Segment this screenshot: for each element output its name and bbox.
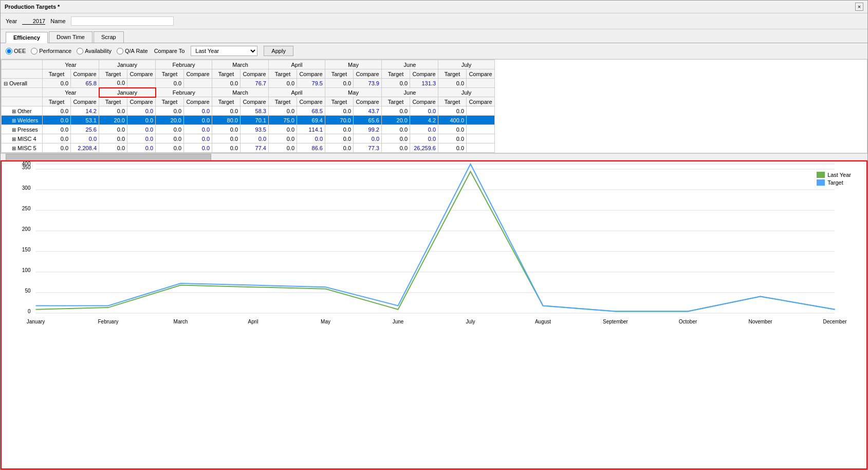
header-row-2: Target Compare Target Compare Target Com… [2,69,495,79]
radio-availability[interactable]: Availability [77,48,112,55]
radio-qa-rate[interactable]: Q/A Rate [117,48,148,55]
sub-mar-target: Target [212,97,241,106]
y-label-400: 400 [22,161,31,167]
x-oct: October [679,319,697,324]
legend-target: Target [817,179,851,186]
overall-apr-target: 0.0 [269,79,297,88]
filter-bar: OEE Performance Availability Q/A Rate Co… [1,43,867,59]
header-march: March [212,60,269,69]
table-row-misc4: ⊞ MISC 4 0.0 0.0 0.0 0.0 0.0 0.0 0.0 0.0… [2,134,495,143]
col-apr-compare: Compare [297,69,325,79]
overall-year-target: 0.0 [43,79,71,88]
overall-mar-target: 0.0 [212,79,241,88]
y-label-300: 300 [22,185,31,191]
tab-efficiency[interactable]: Efficiency [6,32,48,43]
table-row-overall: ⊟ Overall 0.0 65.8 0.0 0.0 0.0 76.7 0.0 … [2,79,495,88]
sub-mar-header: March [212,88,269,97]
apply-button[interactable]: Apply [264,46,293,56]
y-label-200: 200 [22,226,31,232]
main-window: Production Targets * × Year Name Efficie… [0,0,868,470]
sub-header-row: Year January February March April May Ju… [2,88,495,97]
col-jan-compare: Compare [127,69,156,79]
x-jul: July [466,319,475,324]
expand-misc5-icon[interactable]: ⊞ [12,146,16,151]
minus-icon[interactable]: ⊟ [4,81,8,86]
sub-feb-header: February [156,88,212,97]
scrollbar-thumb[interactable] [6,154,211,161]
table-row-misc5: ⊞ MISC 5 0.0 2,208.4 0.0 0.0 0.0 0.0 0.0… [2,143,495,153]
main-grid-table: Year January February March April May Ju… [1,60,495,153]
header-row-1: Year January February March April May Ju… [2,60,495,69]
overall-mar-compare: 76.7 [241,79,269,88]
sub-jul-target: Target [438,97,467,106]
sub-year-header: Year [43,88,99,97]
metric-radio-group: OEE Performance Availability Q/A Rate [6,48,148,55]
sub-jan-compare: Compare [127,97,156,106]
legend-last-year-label: Last Year [827,172,851,178]
overall-jun-compare: 131.3 [410,79,438,88]
sub-may-target: Target [325,97,354,106]
overall-feb-compare [184,79,212,88]
sub-feb-target: Target [156,97,184,106]
table-row-welders[interactable]: ⊞ Welders 0.0 53.1 20.0 0.0 20.0 0.0 80.… [2,116,495,125]
y-label-100: 100 [22,267,31,273]
x-mar: March [174,319,188,324]
overall-expand[interactable]: ⊟ Overall [2,79,43,88]
col-year-compare: Compare [71,69,99,79]
expand-welders-icon[interactable]: ⊞ [12,118,16,123]
table-row-presses: ⊞ Presses 0.0 25.6 0.0 0.0 0.0 0.0 0.0 9… [2,125,495,134]
line-chart: 0 50 100 150 200 250 300 350 400 January [2,161,866,336]
sub-feb-compare: Compare [184,97,212,106]
grid-container: Year January February March April May Ju… [1,59,867,153]
overall-may-target: 0.0 [325,79,354,88]
sub-jun-target: Target [382,97,410,106]
overall-jun-target: 0.0 [382,79,410,88]
legend-last-year: Last Year [817,172,851,178]
x-sep: September [603,319,629,324]
name-label: Name [50,18,65,24]
y-label-150: 150 [22,247,31,252]
sub-apr-compare: Compare [297,97,325,106]
x-jan: January [27,319,45,324]
header-june: June [382,60,438,69]
col-jun-compare: Compare [410,69,438,79]
table-row-other: ⊞ Other 0.0 14.2 0.0 0.0 0.0 0.0 0.0 58.… [2,106,495,116]
horizontal-scrollbar[interactable] [1,153,867,160]
close-button[interactable]: × [855,3,863,11]
legend-target-color [817,179,825,186]
y-label-0: 0 [28,309,31,314]
sub-apr-target: Target [269,97,297,106]
window-title: Production Targets * [5,4,60,10]
col-mar-target: Target [212,69,241,79]
header-february: February [156,60,212,69]
name-input[interactable] [71,16,174,26]
radio-performance[interactable]: Performance [31,48,71,55]
sub-jan-target: Target [99,97,127,106]
overall-jul-target: 0.0 [438,79,467,88]
sub-jan-header: January [99,88,156,97]
expand-presses-icon[interactable]: ⊞ [12,127,16,133]
year-input[interactable] [22,18,45,25]
overall-jan-target: 0.0 [99,79,127,88]
expand-misc4-icon[interactable]: ⊞ [12,136,16,142]
radio-oee[interactable]: OEE [6,48,26,55]
col-apr-target: Target [269,69,297,79]
expand-other-icon[interactable]: ⊞ [12,109,16,114]
overall-jan-compare [127,79,156,88]
compare-select[interactable]: Last Year Budget None [191,46,257,56]
legend-last-year-color [817,172,825,178]
tab-scrap[interactable]: Scrap [94,31,124,43]
col-jul-compare: Compare [467,69,495,79]
title-bar: Production Targets * × [1,1,867,13]
col-may-target: Target [325,69,354,79]
y-label-250: 250 [22,206,31,211]
legend-target-label: Target [827,179,843,186]
sub-may-header: May [325,88,382,97]
x-nov: November [748,319,772,324]
header-july: July [438,60,495,69]
header-may: May [325,60,382,69]
series-last-year [36,172,835,312]
tab-downtime[interactable]: Down Time [49,31,93,43]
sub-header-row-2: Target Compare Target Compare Target Com… [2,97,495,106]
overall-may-compare: 73.9 [354,79,382,88]
